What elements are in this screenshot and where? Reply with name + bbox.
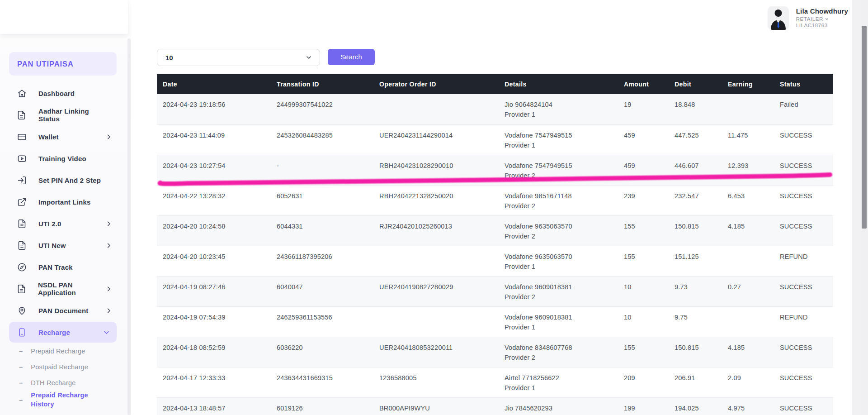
details-line1: Vodafone 9851671148 xyxy=(505,192,572,200)
sidebar-item-set-pin-and-2-step[interactable]: Set PIN And 2 Step xyxy=(0,169,128,191)
sidebar-item-label: PAN Track xyxy=(38,263,73,271)
chevron-right-icon xyxy=(105,307,112,314)
cell-earning: 4.185 xyxy=(722,337,774,367)
cell-txn-id: 6019126 xyxy=(271,398,373,415)
cell-details: Vodafone 7547949515Provider 2 xyxy=(499,155,618,185)
page-scrollbar-thumb[interactable] xyxy=(862,26,867,229)
cell-operator-order-id: UER2404190827280029 xyxy=(373,277,499,306)
sidebar-subitem-postpaid-recharge[interactable]: –Postpaid Recharge xyxy=(0,359,128,375)
document-icon xyxy=(17,284,26,294)
details-line2: Provider 2 xyxy=(505,171,614,181)
sidebar-item-label: UTI 2.0 xyxy=(38,220,61,228)
user-role[interactable]: RETAILER xyxy=(796,16,848,22)
user-menu[interactable]: Lila Chowdhury RETAILER LILAC18763 xyxy=(768,6,848,30)
sidebar-item-label: Important Links xyxy=(38,198,91,206)
cell-debit: 151.125 xyxy=(669,246,722,276)
smartphone-icon xyxy=(17,327,27,337)
cell-debit: 206.91 xyxy=(669,367,722,397)
cell-amount: 155 xyxy=(618,216,669,246)
details-line2: Provider 1 xyxy=(505,262,614,272)
table-row: 2024-04-23 19:18:56244999307541022Jio 90… xyxy=(157,94,833,124)
cell-operator-order-id: RJR2404201025260013 xyxy=(373,216,499,246)
chevron-right-icon xyxy=(105,220,112,227)
sidebar-subitem-prepaid-recharge[interactable]: –Prepaid Recharge xyxy=(0,343,128,359)
sidebar-item-label: Dashboard xyxy=(38,90,75,97)
sidebar-item-label: Aadhar Linking Status xyxy=(38,107,112,123)
cell-debit: 150.815 xyxy=(669,337,722,367)
table-row: 2024-04-18 08:52:596036220UER24041808532… xyxy=(157,337,833,367)
user-name: Lila Chowdhury xyxy=(796,7,848,15)
dash-bullet: – xyxy=(19,379,23,386)
page-size-select[interactable]: 10 xyxy=(157,49,320,66)
cell-details: Vodafone 9635063570Provider 2 xyxy=(499,216,618,246)
sidebar-item-pan-document[interactable]: PAN Document xyxy=(0,300,128,321)
brand-name: PAN UTIPAISA xyxy=(17,60,74,68)
document-icon xyxy=(17,110,27,120)
cell-amount: 459 xyxy=(618,125,669,155)
details-line2: Provider 1 xyxy=(505,322,614,332)
cell-date: 2024-04-22 13:28:32 xyxy=(157,186,271,215)
chevron-right-icon xyxy=(105,134,112,140)
cell-amount: 459 xyxy=(618,155,669,185)
sidebar-item-uti-2-0[interactable]: UTI 2.0 xyxy=(0,213,128,234)
document-icon xyxy=(17,240,27,250)
cell-debit: 194.025 xyxy=(669,398,722,415)
brand-badge[interactable]: PAN UTIPAISA xyxy=(9,52,117,76)
cell-debit: 232.547 xyxy=(669,186,722,215)
cell-details: Vodafone 9851671148Provider 2 xyxy=(499,186,618,215)
details-line2: Provider 1 xyxy=(505,140,614,150)
user-code: LILAC18763 xyxy=(796,23,848,28)
details-line1: Jio 9064824104 xyxy=(505,101,552,108)
cell-earning xyxy=(722,246,774,276)
sidebar-item-uti-new[interactable]: UTI New xyxy=(0,234,128,256)
cell-amount: 199 xyxy=(618,398,669,415)
cell-txn-id: 244999307541022 xyxy=(271,94,373,124)
cell-date: 2024-04-20 10:24:58 xyxy=(157,216,271,246)
sidebar-item-dashboard[interactable]: Dashboard xyxy=(0,82,128,104)
sidebar-item-wallet[interactable]: Wallet xyxy=(0,126,128,148)
sidebar-item-recharge[interactable]: Recharge xyxy=(9,322,117,343)
sidebar-item-label: Set PIN And 2 Step xyxy=(38,176,101,184)
cell-amount: 19 xyxy=(618,94,669,124)
cell-details: Vodafone 7547949515Provider 1 xyxy=(499,125,618,155)
sidebar-item-label: Training Video xyxy=(38,155,86,162)
cell-date: 2024-04-23 11:44:09 xyxy=(157,125,271,155)
sidebar-item-training-video[interactable]: Training Video xyxy=(0,148,128,169)
sidebar-item-important-links[interactable]: Important Links xyxy=(0,191,128,213)
details-line1: Vodafone 7547949515 xyxy=(505,162,572,169)
search-button[interactable]: Search xyxy=(328,49,375,65)
column-header-operator-order-id: Operator Order ID xyxy=(373,81,499,88)
table-row: 2024-04-23 10:27:54-RBH2404231028290010V… xyxy=(157,155,833,185)
sidebar-subitem-dth-recharge[interactable]: –DTH Recharge xyxy=(0,375,128,391)
cell-earning: 11.475 xyxy=(722,125,774,155)
sidebar-item-aadhar-linking-status[interactable]: Aadhar Linking Status xyxy=(0,104,128,126)
cell-details: Jio 7845620293 xyxy=(499,398,618,415)
sidebar-scrollbar[interactable] xyxy=(127,38,131,415)
column-header-transation-id: Transation ID xyxy=(271,81,373,88)
logo-area xyxy=(0,0,128,34)
column-header-debit: Debit xyxy=(669,81,722,88)
column-header-date: Date xyxy=(157,81,271,88)
cell-details: Vodafone 9609018381Provider 1 xyxy=(499,307,618,337)
sidebar-item-nsdl-pan-application[interactable]: NSDL PAN Application xyxy=(0,278,128,300)
cell-amount: 155 xyxy=(618,246,669,276)
details-line2: Provider 2 xyxy=(505,201,614,211)
cell-operator-order-id xyxy=(373,246,499,276)
compass-icon xyxy=(17,262,27,272)
cell-status: SUCCESS xyxy=(774,367,833,397)
cell-details: Vodafone 9635063570Provider 1 xyxy=(499,246,618,276)
sidebar-subitem-prepaid-recharge-history[interactable]: –Prepaid Recharge History xyxy=(0,391,128,409)
table-row: 2024-04-23 11:44:09245326084483285UER240… xyxy=(157,124,833,155)
cell-status: SUCCESS xyxy=(774,277,833,306)
dash-bullet: – xyxy=(19,347,23,355)
page-scrollbar[interactable] xyxy=(860,0,868,415)
table-row: 2024-04-20 10:23:45243661187395206Vodafo… xyxy=(157,246,833,276)
sidebar-item-pan-track[interactable]: PAN Track xyxy=(0,256,128,278)
table-row: 2024-04-19 07:54:39246259361153556Vodafo… xyxy=(157,306,833,337)
details-line1: Jio 7845620293 xyxy=(505,405,552,412)
cell-date: 2024-04-23 10:27:54 xyxy=(157,155,271,185)
cell-earning xyxy=(722,307,774,337)
chevron-right-icon xyxy=(105,286,112,292)
cell-debit: 447.525 xyxy=(669,125,722,155)
map-pin-icon xyxy=(17,305,27,315)
